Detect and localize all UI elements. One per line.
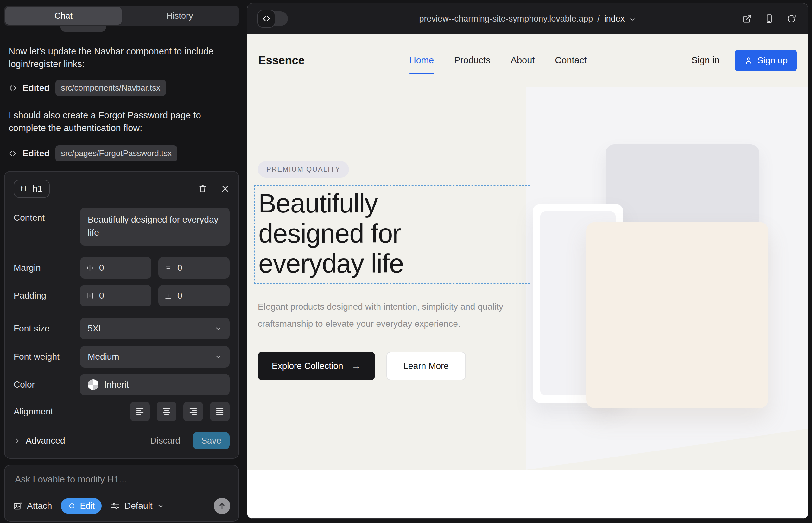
explore-collection-button[interactable]: Explore Collection → [258,352,375,380]
nav-link-home[interactable]: Home [409,55,434,66]
align-right-button[interactable] [183,402,203,421]
element-editor-panel: tT h1 Content Beautifull [4,171,239,459]
tab-history[interactable]: History [122,7,238,25]
edit-mode-button[interactable]: Edit [61,498,102,514]
chat-message-list[interactable]: Now let's update the Navbar component to… [4,26,239,171]
color-label: Color [14,380,80,390]
padding-vertical-icon [164,292,172,300]
chevron-down-icon [214,325,222,332]
open-external-button[interactable] [742,14,752,24]
hero-heading[interactable]: Beautifully designed for everyday life [259,188,526,278]
margin-vertical-icon [164,264,172,272]
padding-row: Padding [14,285,230,306]
attach-label: Attach [27,501,52,511]
editor-header: tT h1 [14,180,230,198]
nav-link-products[interactable]: Products [454,55,490,66]
code-icon [8,84,17,92]
align-justify-icon [215,407,225,416]
padding-label: Padding [14,291,80,301]
padding-x-input[interactable] [99,291,118,301]
align-center-button[interactable] [157,402,176,421]
preview-url: preview--charming-site-symphony.lovable.… [419,14,593,24]
align-left-button[interactable] [130,402,150,421]
refresh-button[interactable] [786,14,796,24]
tab-chat[interactable]: Chat [5,7,122,25]
file-chip[interactable]: src/pages/ForgotPassword.tsx [55,145,178,161]
nav-link-contact[interactable]: Contact [555,55,586,66]
font-size-select[interactable]: 5XL [80,318,230,339]
code-icon [258,10,275,28]
advanced-toggle[interactable]: Advanced [14,436,65,446]
url-bar[interactable]: preview--charming-site-symphony.lovable.… [247,14,808,24]
trash-icon [198,184,208,194]
padding-y-field[interactable] [158,285,230,306]
decorative-cream-card [586,222,768,409]
sliders-icon [110,501,120,511]
chevron-down-icon [629,16,636,23]
edited-file-row[interactable]: Edited src/pages/ForgotPassword.tsx [8,145,235,161]
editor-footer: Advanced Discard Save [14,432,230,449]
align-center-icon [162,407,171,416]
sign-up-button[interactable]: Sign up [735,50,797,71]
color-select[interactable]: Inherit [80,374,230,395]
preview-toolbar: preview--charming-site-symphony.lovable.… [247,3,808,34]
edited-label: Edited [22,148,50,159]
font-weight-select[interactable]: Medium [80,346,230,367]
model-default-selector[interactable]: Default [110,501,164,511]
font-weight-value: Medium [88,352,119,362]
advanced-label: Advanced [26,436,65,446]
arrow-up-icon [217,502,226,510]
brand-logo[interactable]: Essence [258,54,305,67]
chat-message: I should also create a Forgot Password p… [8,109,229,134]
content-label: Content [14,208,80,223]
font-weight-row: Font weight Medium [14,346,230,367]
chat-sidebar: Chat History Now let's update the Navbar… [4,6,239,519]
margin-y-field[interactable] [158,257,230,278]
send-button[interactable] [214,498,230,514]
explore-collection-label: Explore Collection [272,361,343,371]
font-size-row: Font size 5XL [14,318,230,339]
content-input[interactable]: Beautifully designed for everyday life [80,208,230,246]
prompt-input[interactable] [13,472,230,498]
margin-x-input[interactable] [99,263,118,273]
padding-y-input[interactable] [177,291,196,301]
margin-x-field[interactable] [80,257,152,278]
learn-more-button[interactable]: Learn More [386,352,466,380]
chat-message: Now let's update the Navbar component to… [8,45,229,70]
route-name: index [604,14,625,24]
prompt-input-box: Attach Edit Default [4,465,239,522]
padding-horizontal-icon [86,292,94,300]
discard-button[interactable]: Discard [150,436,180,446]
toolbar-actions [742,14,796,24]
edited-file-row[interactable]: Edited src/components/Navbar.tsx [8,80,235,96]
external-link-icon [742,14,752,24]
code-preview-toggle[interactable] [259,12,288,26]
file-chip[interactable]: src/components/Navbar.tsx [55,80,166,96]
margin-y-input[interactable] [177,263,196,273]
hero-content: PREMIUM QUALITY Beautifully designed for… [254,161,530,380]
element-tag-label: h1 [32,184,42,194]
site-navbar: Essence Home Products About Contact Sign… [247,34,808,87]
padding-x-field[interactable] [80,285,152,306]
selection-outline[interactable]: Beautifully designed for everyday life [254,185,530,284]
preview-window: preview--charming-site-symphony.lovable.… [247,3,808,519]
margin-label: Margin [14,263,80,273]
font-size-value: 5XL [88,324,104,334]
delete-element-button[interactable] [198,184,208,194]
align-right-icon [189,407,198,416]
close-editor-button[interactable] [221,184,230,193]
mobile-view-button[interactable] [764,14,774,24]
align-justify-button[interactable] [210,402,230,421]
auth-actions: Sign in Sign up [691,50,797,71]
nav-link-about[interactable]: About [511,55,535,66]
nav-links: Home Products About Contact [305,55,692,66]
save-button[interactable]: Save [193,432,230,449]
content-row: Content Beautifully designed for everyda… [14,208,230,246]
quality-badge: PREMIUM QUALITY [258,161,349,178]
color-swatch [88,379,99,390]
alignment-row: Alignment [14,402,230,421]
site-white-section [247,470,808,518]
edit-label: Edit [80,501,95,511]
sign-in-button[interactable]: Sign in [691,55,720,66]
attach-button[interactable]: Attach [13,501,52,511]
